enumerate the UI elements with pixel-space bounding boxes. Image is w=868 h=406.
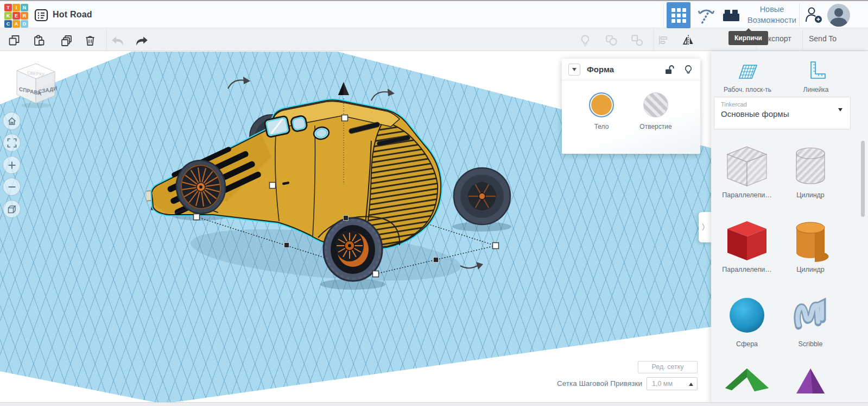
separator [654,29,654,50]
minus-icon [7,182,17,192]
ruler-tool-label: Линейка [781,86,851,93]
solid-swatch[interactable] [589,92,614,117]
shape-item-scribble[interactable]: Scribble [779,292,842,348]
raise-handle[interactable] [338,82,349,95]
fit-view-button[interactable] [3,134,21,152]
minecraft-export-button[interactable] [696,5,717,26]
hot-rod-model[interactable] [147,76,516,293]
sidebar-scrollbar[interactable] [861,141,865,217]
tinkercad-logo[interactable]: TINKERCAD [4,4,29,28]
collapse-panel-button[interactable] [568,64,580,76]
chevron-down-icon [838,108,842,121]
sidebar-collapse-tab[interactable]: 〉 [699,212,712,242]
lightbulb-icon [579,34,592,47]
separator [799,3,800,27]
logo-tile: I [12,4,20,11]
person-add-icon [803,5,825,25]
separator [106,29,107,50]
copy-button[interactable] [7,33,22,48]
shape-panel-body: Тело Отверстие [562,80,700,153]
brick-export-button[interactable] [722,7,740,23]
align-button[interactable] [656,33,671,48]
library-select[interactable]: Tinkercad Основные формы [714,97,851,129]
design-properties-icon[interactable] [34,8,49,23]
invite-collaborator-button[interactable] [803,5,825,25]
ruler-tool[interactable]: Линейка [781,59,851,93]
user-avatar[interactable] [827,4,850,27]
zoom-out-button[interactable] [3,178,21,196]
edge-scale-handle[interactable] [344,216,349,221]
blocks-view-button[interactable] [667,2,690,28]
hole-swatch[interactable] [643,92,668,117]
snap-grid-label: Сетка Шаговой Привязки [518,379,642,388]
edge-scale-handle[interactable] [434,258,439,263]
ruler-icon [803,59,828,84]
logo-tile: N [21,4,28,11]
corner-scale-handle[interactable] [493,243,499,249]
mirror-button[interactable] [681,33,696,48]
whats-new-link[interactable]: Новые Возможности [745,4,799,26]
chevron-up-icon [689,383,693,386]
home-icon [7,116,17,126]
edit-grid-button[interactable]: Ред. сетку [638,361,698,373]
grid-icon [671,8,686,23]
fit-view-icon [7,138,17,148]
library-source: Tinkercad [721,101,844,108]
workplane-icon [735,59,760,84]
solid-label: Тело [574,123,629,130]
undo-button[interactable] [110,33,125,48]
send-to-button[interactable]: Send To [809,34,837,43]
shape-item-label: Scribble [779,340,842,348]
workplane-tool[interactable]: Рабоч. плоск-ть [712,59,783,93]
redo-button[interactable] [135,33,150,48]
edge-scale-handle[interactable] [284,243,289,248]
shape-item-label: Параллелепи… [715,266,778,273]
paste-button[interactable] [31,33,47,48]
logo-tile: A [12,20,20,28]
shape-item-sphere[interactable]: Сфера [715,292,778,348]
shape-item-roof[interactable] [715,364,778,406]
plus-icon [7,160,17,170]
corner-scale-handle[interactable] [194,214,200,220]
workplane-tool-label: Рабоч. плоск-ть [712,86,783,93]
duplicate-button[interactable] [59,33,74,48]
corner-scale-handle[interactable] [373,271,379,277]
horizontal-scrollbar[interactable] [0,402,868,406]
far-rear-wheel [454,168,510,224]
side-scale-handle[interactable] [270,183,276,189]
shape-item-pyramid[interactable] [779,364,842,406]
shape-item-label: Цилиндр [779,266,842,273]
ungroup-button[interactable] [629,33,644,48]
shape-item-box-hole[interactable]: Параллелепи… [715,143,778,199]
unlock-icon[interactable] [663,64,675,76]
view-cube[interactable]: СПРАВА СЗАДИ СВЕРХУ [9,58,63,112]
library-name: Основные формы [721,109,844,118]
shape-item-box[interactable]: Параллелепи… [715,218,778,273]
align-icon [657,34,670,47]
paste-icon [33,34,46,47]
shape-library-sidebar: Рабоч. плоск-ть Линейка Tinkercad Основн… [711,51,868,406]
zoom-in-button[interactable] [3,156,21,174]
top-scale-handle[interactable] [342,115,348,121]
document-title[interactable]: Hot Road [53,10,92,20]
perspective-toggle-button[interactable] [3,200,21,218]
copy-icon [8,34,21,47]
delete-button[interactable] [83,33,98,48]
whats-new-line2: Возможности [745,15,799,26]
top-bar: TINKERCAD Hot Road Новые Возможности [0,0,868,28]
avatar-silhouette-icon [827,4,850,27]
ungroup-icon [630,33,644,47]
group-button[interactable] [604,33,619,48]
chevron-down-icon [572,68,576,71]
lightbulb-icon[interactable] [683,64,694,76]
home-view-button[interactable] [3,112,21,130]
snap-grid-select[interactable]: 1,0 мм [647,377,698,390]
duplicate-icon [60,34,73,47]
snap-grid-value: 1,0 мм [652,380,673,388]
logo-tile: K [4,12,12,20]
shape-item-label: Сфера [715,340,778,348]
shape-item-cylinder-hole[interactable]: Цилиндр [779,143,842,199]
undo-icon [110,33,124,47]
light-toggle-button[interactable] [578,33,593,48]
shape-item-cylinder[interactable]: Цилиндр [779,218,842,273]
